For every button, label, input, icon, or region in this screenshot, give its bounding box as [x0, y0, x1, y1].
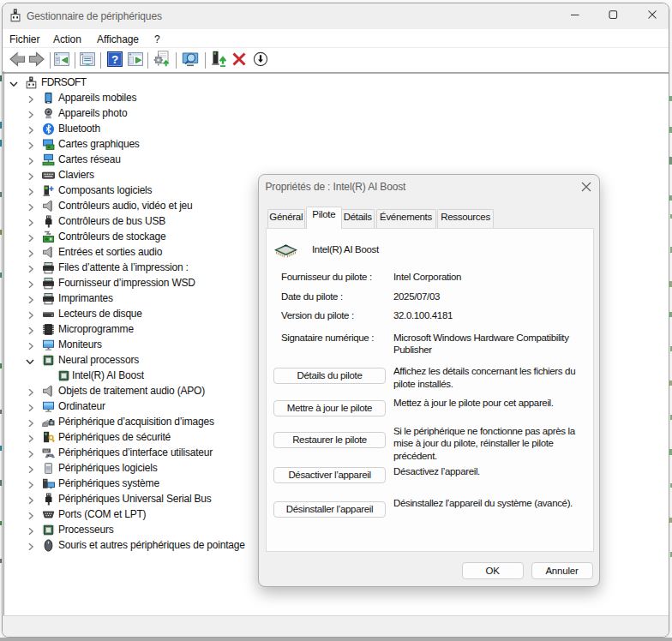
svg-text:?: ?: [111, 53, 118, 66]
